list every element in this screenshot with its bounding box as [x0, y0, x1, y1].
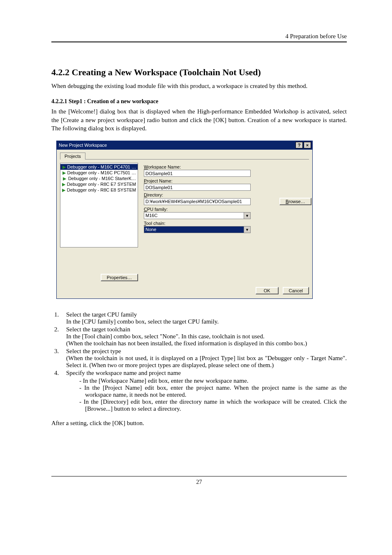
tool-chain-combo[interactable]: None ▼ — [144, 226, 251, 233]
ok-button[interactable]: OK — [256, 287, 279, 294]
cpu-family-label: CPU family: — [144, 207, 311, 212]
chevron-down-icon[interactable]: ▼ — [244, 226, 251, 233]
dialog-title: New Project Workspace — [59, 143, 295, 148]
closing-paragraph: After a setting, click the [OK] button. — [51, 420, 347, 427]
step-sub-text: In the [Directory] edit box, enter the d… — [79, 398, 347, 412]
project-icon: ▶ — [62, 176, 67, 181]
tool-chain-label: Tool chain: — [144, 221, 311, 226]
step-sub-text: In the [Project Name] edit box, enter th… — [79, 384, 347, 398]
step-text: Select the target toolchain — [66, 326, 130, 333]
project-icon: ▶ — [62, 170, 66, 175]
list-item-label: Debugger only - M16C PC7501 … — [67, 170, 136, 175]
step-text: (When the toolchain has not been install… — [66, 340, 307, 347]
page-header: 4 Preparation before Use — [51, 33, 347, 42]
workspace-name-input[interactable] — [144, 170, 251, 177]
step-text: (When the toolchain is not used, it is d… — [66, 355, 347, 368]
workspace-name-label: Workspace Name: — [144, 164, 311, 169]
project-icon: ▶ — [62, 187, 66, 192]
directory-label: Directory: — [144, 192, 311, 197]
cpu-family-combo[interactable]: M16C ▼ — [144, 212, 251, 219]
section-title: 4.2.2 Creating a New Workspace (Toolchai… — [51, 67, 347, 78]
list-item[interactable]: ▶ Debugger only - M16C StarterK… — [60, 176, 138, 181]
list-item[interactable]: ▶ Debugger only - R8C E7 SYSTEM — [60, 181, 138, 187]
step-text: Specify the workspace name and project n… — [66, 370, 181, 376]
list-item[interactable]: ▶ Debugger only - M16C PC7501 … — [60, 170, 138, 176]
step-text: In the [CPU family] combo box, select th… — [66, 318, 219, 325]
project-type-listbox[interactable]: ▶ Debugger only - M16C PC4701 … ▶ Debugg… — [60, 163, 138, 247]
tool-chain-value: None — [144, 226, 244, 233]
page-number: 27 — [196, 479, 202, 485]
properties-button[interactable]: Properties… — [101, 274, 138, 281]
project-name-input[interactable] — [144, 184, 251, 191]
subsection-title: 4.2.2.1 Step1 : Creation of a new worksp… — [51, 98, 347, 105]
project-icon: ▶ — [62, 182, 66, 187]
list-item-label: Debugger only - R8C E8 SYSTEM — [67, 187, 136, 192]
list-item[interactable]: ▶ Debugger only - R8C E8 SYSTEM — [60, 187, 138, 193]
cancel-button[interactable]: Cancel — [283, 287, 309, 294]
project-icon: ▶ — [62, 164, 66, 169]
step-text: In the [Tool chain] combo box, select "N… — [66, 333, 265, 340]
help-icon[interactable]: ? — [295, 142, 303, 148]
new-project-workspace-dialog: New Project Workspace ? × Projects ▶ Deb… — [56, 141, 313, 299]
list-item-label: Debugger only - R8C E7 SYSTEM — [67, 182, 136, 187]
directory-input[interactable] — [144, 198, 251, 205]
instruction-list: Select the target CPU family In the [CPU… — [51, 311, 347, 412]
step-text: Select the project type — [66, 348, 121, 354]
subsection-paragraph: In the [Welcome!] dialog box that is dis… — [51, 107, 347, 132]
close-icon[interactable]: × — [304, 142, 311, 148]
list-item[interactable]: ▶ Debugger only - M16C PC4701 … — [60, 164, 138, 170]
chevron-down-icon[interactable]: ▼ — [244, 212, 251, 219]
cpu-family-value: M16C — [144, 212, 244, 219]
step-text: Select the target CPU family — [66, 311, 137, 318]
list-item-label: Debugger only - M16C PC4701 … — [67, 164, 136, 169]
dialog-titlebar: New Project Workspace ? × — [56, 141, 313, 150]
tab-projects[interactable]: Projects — [60, 153, 85, 160]
project-name-label: Project Name: — [144, 178, 311, 183]
browse-button[interactable]: Browse… — [279, 198, 311, 205]
page-footer: 27 — [51, 476, 347, 486]
list-item-label: Debugger only - M16C StarterK… — [68, 176, 136, 181]
step-sub-text: In the [Workspace Name] edit box, enter … — [79, 377, 347, 384]
intro-paragraph: When debugging the existing load module … — [51, 82, 347, 90]
